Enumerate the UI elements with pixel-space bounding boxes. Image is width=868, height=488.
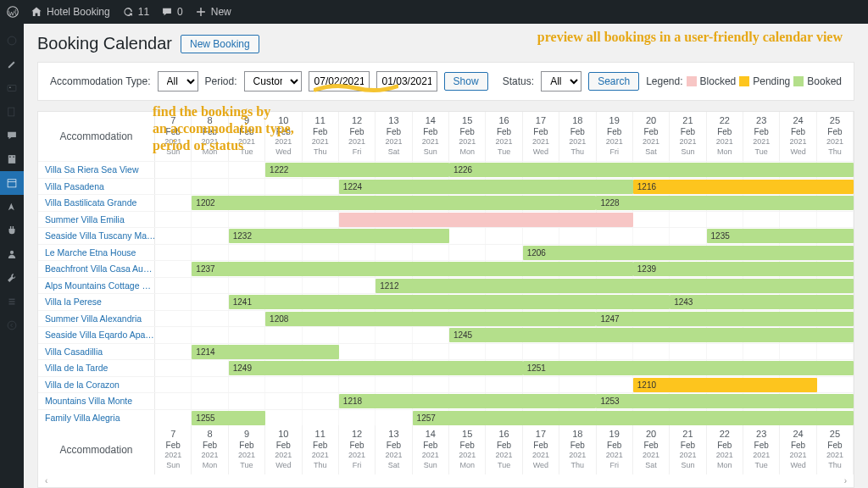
wp-logo[interactable] <box>7 6 19 18</box>
booking-bar[interactable]: 1226 <box>449 163 854 177</box>
menu-users[interactable] <box>0 242 24 266</box>
booking-bar[interactable]: 1216 <box>633 180 854 194</box>
menu-dashboard[interactable] <box>0 29 24 53</box>
menu-hotel[interactable] <box>0 147 24 171</box>
booking-bar[interactable]: 1245 <box>449 328 854 342</box>
period-select[interactable]: Custom <box>244 71 302 92</box>
booking-bar[interactable]: 1208 <box>265 312 596 326</box>
room-name[interactable]: Le Marche Etna House <box>38 245 155 261</box>
room-name[interactable]: Alps Mountains Cottage … <box>38 278 155 294</box>
scroll-left[interactable]: ‹ <box>45 476 47 485</box>
day-header: 8Feb2021Mon <box>192 425 228 474</box>
day-header: 24Feb2021Wed <box>780 112 816 161</box>
booking-bar[interactable]: 1228 <box>596 196 854 210</box>
booking-bar[interactable]: 1251 <box>523 361 854 375</box>
menu-media[interactable] <box>0 76 24 100</box>
accom-type-select[interactable]: All <box>158 71 198 92</box>
day-header: 14Feb2021Sun <box>413 425 449 474</box>
show-button[interactable]: Show <box>444 72 488 91</box>
status-select[interactable]: All <box>541 71 581 92</box>
room-row: Villa Casadillia1214 <box>38 343 854 360</box>
booking-bar[interactable]: 1249 <box>229 361 523 375</box>
day-header: 19Feb2021Fri <box>597 425 633 474</box>
booking-bar[interactable]: 1210 <box>633 378 817 392</box>
booking-bar[interactable]: 1222 <box>265 163 449 177</box>
room-name[interactable]: Villa de la Tarde <box>38 360 155 376</box>
room-row: Villa la Perese12411243 <box>38 293 854 310</box>
site-name-link[interactable]: Hotel Booking <box>31 6 110 18</box>
comments-link[interactable]: 0 <box>161 6 183 18</box>
room-name[interactable]: Villa la Perese <box>38 294 155 310</box>
day-header: 14Feb2021Sun <box>413 112 449 161</box>
day-header: 10Feb2021Wed <box>265 112 302 161</box>
menu-plugins[interactable] <box>0 219 24 242</box>
booking-bar[interactable]: 1253 <box>596 394 854 408</box>
svg-rect-7 <box>13 157 14 158</box>
room-name[interactable]: Villa Bastilicata Grande <box>38 195 155 211</box>
day-header: 20Feb2021Sat <box>633 112 670 161</box>
updates-link[interactable]: 11 <box>122 6 149 18</box>
day-header: 23Feb2021Tue <box>743 112 780 161</box>
day-header: 13Feb2021Sat <box>376 112 412 161</box>
day-header: 19Feb2021Fri <box>597 112 633 161</box>
booking-bar[interactable]: 1224 <box>339 180 633 194</box>
menu-comments[interactable] <box>0 124 24 147</box>
room-row: Summer Villa Emilia <box>38 211 854 228</box>
legend-label: Legend: <box>646 75 682 87</box>
day-header: 18Feb2021Thu <box>559 425 596 474</box>
booking-bar[interactable]: 1202 <box>192 196 596 210</box>
room-row: Villa de la Tarde12491251 <box>38 359 854 376</box>
date-to-input[interactable] <box>376 71 437 92</box>
booking-bar[interactable]: 1235 <box>707 229 854 243</box>
day-header: 10Feb2021Wed <box>265 425 302 474</box>
menu-tools[interactable] <box>0 266 24 290</box>
menu-calendar[interactable] <box>0 171 24 195</box>
booking-bar[interactable]: 1206 <box>523 246 854 260</box>
menu-collapse[interactable] <box>0 313 24 337</box>
search-button[interactable]: Search <box>588 72 639 91</box>
menu-appearance[interactable] <box>0 195 24 219</box>
accom-footer: Accommodation <box>38 425 155 474</box>
booking-bar[interactable]: 1255 <box>192 411 265 425</box>
room-name[interactable]: Summer Villa Emilia <box>38 212 155 228</box>
scroll-right[interactable]: › <box>844 476 847 485</box>
day-header: 12Feb2021Fri <box>339 425 376 474</box>
room-name[interactable]: Seaside Villa Tuscany Ma… <box>38 228 155 244</box>
menu-pages[interactable] <box>0 100 24 124</box>
room-name[interactable]: Villa Casadillia <box>38 344 155 360</box>
booking-bar[interactable]: 1257 <box>413 411 854 425</box>
accom-type-label: Accommodation Type: <box>50 75 151 87</box>
room-row: Summer Villa Alexandria12081247 <box>38 310 854 327</box>
new-content-link[interactable]: New <box>195 6 231 18</box>
booking-bar[interactable] <box>339 213 633 227</box>
day-header: 24Feb2021Wed <box>780 425 816 474</box>
room-row: Alps Mountains Cottage …1212 <box>38 277 854 294</box>
booking-bar[interactable]: 1243 <box>670 295 854 309</box>
booking-bar[interactable]: 1247 <box>596 312 854 326</box>
booking-bar[interactable]: 1241 <box>229 295 670 309</box>
date-from-input[interactable] <box>309 71 370 92</box>
booking-bar[interactable]: 1214 <box>192 345 338 359</box>
new-booking-button[interactable]: New Booking <box>181 35 259 53</box>
svg-rect-8 <box>8 180 16 187</box>
room-name[interactable]: Villa Pasadena <box>38 179 155 195</box>
room-row: Villa de la Corazon1210 <box>38 376 854 393</box>
booking-bar[interactable]: 1232 <box>229 229 449 243</box>
booking-bar[interactable]: 1239 <box>633 262 854 276</box>
room-name[interactable]: Beachfront Villa Casa Au… <box>38 261 155 277</box>
room-name[interactable]: Mountains Villa Monte <box>38 393 155 409</box>
menu-settings[interactable] <box>0 290 24 313</box>
room-name[interactable]: Seaside Villa Eqardo Apa… <box>38 327 155 343</box>
booking-bar[interactable]: 1218 <box>339 394 597 408</box>
day-header: 16Feb2021Tue <box>486 112 522 161</box>
day-header: 23Feb2021Tue <box>743 425 780 474</box>
room-name[interactable]: Villa de la Corazon <box>38 377 155 393</box>
room-name[interactable]: Family Villa Alegria <box>38 410 155 426</box>
booking-bar[interactable]: 1237 <box>192 262 632 276</box>
menu-posts[interactable] <box>0 53 24 76</box>
room-name[interactable]: Summer Villa Alexandria <box>38 311 155 327</box>
booking-bar[interactable]: 1212 <box>376 279 854 293</box>
day-header: 25Feb2021Thu <box>817 425 854 474</box>
room-name[interactable]: Villa Sa Riera Sea View <box>38 162 155 178</box>
day-header: 7Feb2021Sun <box>155 112 192 161</box>
